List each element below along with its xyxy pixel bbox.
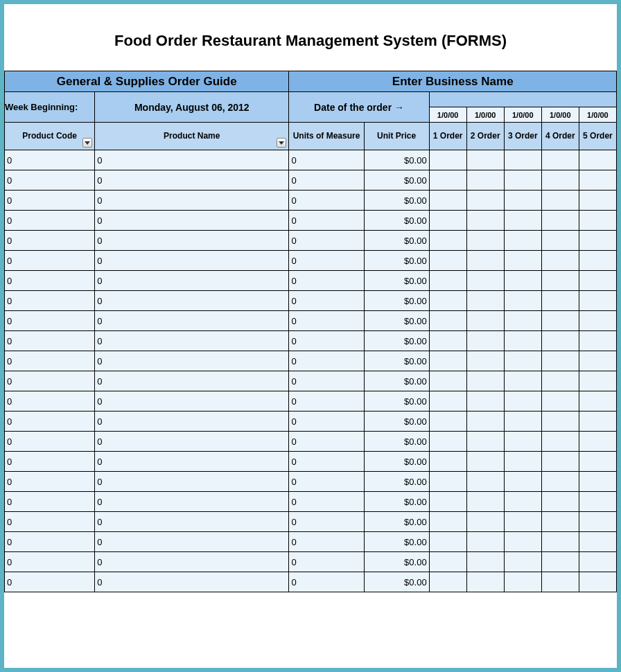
cell-unit-price[interactable]: $0.00 bbox=[364, 231, 429, 251]
cell-order-2[interactable] bbox=[466, 311, 504, 331]
cell-order-5[interactable] bbox=[579, 311, 616, 331]
cell-product-name[interactable]: 0 bbox=[95, 271, 289, 291]
cell-order-2[interactable] bbox=[466, 351, 504, 371]
cell-product-name[interactable]: 0 bbox=[95, 452, 289, 472]
cell-unit-price[interactable]: $0.00 bbox=[364, 552, 429, 572]
cell-order-2[interactable] bbox=[466, 472, 504, 492]
order-date-2[interactable]: 1/0/00 bbox=[466, 107, 504, 123]
cell-product-code[interactable]: 0 bbox=[5, 512, 95, 532]
cell-order-3[interactable] bbox=[504, 351, 541, 371]
cell-order-5[interactable] bbox=[579, 231, 616, 251]
cell-order-4[interactable] bbox=[541, 150, 579, 170]
cell-unit-price[interactable]: $0.00 bbox=[364, 391, 429, 412]
cell-order-5[interactable] bbox=[579, 291, 616, 311]
cell-product-code[interactable]: 0 bbox=[5, 472, 95, 492]
cell-product-code[interactable]: 0 bbox=[5, 150, 95, 170]
cell-units-measure[interactable]: 0 bbox=[289, 331, 364, 351]
cell-order-5[interactable] bbox=[579, 191, 616, 211]
cell-order-3[interactable] bbox=[504, 331, 541, 351]
cell-order-2[interactable] bbox=[466, 572, 504, 592]
cell-units-measure[interactable]: 0 bbox=[289, 432, 364, 452]
cell-product-name[interactable]: 0 bbox=[95, 291, 289, 311]
filter-dropdown-icon[interactable] bbox=[277, 138, 286, 148]
cell-order-2[interactable] bbox=[466, 371, 504, 391]
cell-order-5[interactable] bbox=[579, 552, 616, 572]
cell-product-name[interactable]: 0 bbox=[95, 211, 289, 231]
cell-unit-price[interactable]: $0.00 bbox=[364, 150, 429, 170]
cell-unit-price[interactable]: $0.00 bbox=[364, 311, 429, 331]
cell-order-4[interactable] bbox=[541, 472, 579, 492]
cell-product-code[interactable]: 0 bbox=[5, 432, 95, 452]
cell-units-measure[interactable]: 0 bbox=[289, 271, 364, 291]
cell-product-name[interactable]: 0 bbox=[95, 432, 289, 452]
cell-product-code[interactable]: 0 bbox=[5, 170, 95, 191]
cell-order-3[interactable] bbox=[504, 371, 541, 391]
cell-product-name[interactable]: 0 bbox=[95, 251, 289, 271]
cell-product-name[interactable]: 0 bbox=[95, 412, 289, 432]
cell-order-2[interactable] bbox=[466, 150, 504, 170]
cell-units-measure[interactable]: 0 bbox=[289, 512, 364, 532]
order-date-5[interactable]: 1/0/00 bbox=[579, 107, 616, 123]
cell-order-5[interactable] bbox=[579, 492, 616, 512]
cell-order-3[interactable] bbox=[504, 311, 541, 331]
cell-product-name[interactable]: 0 bbox=[95, 371, 289, 391]
cell-units-measure[interactable]: 0 bbox=[289, 291, 364, 311]
cell-units-measure[interactable]: 0 bbox=[289, 532, 364, 552]
cell-order-5[interactable] bbox=[579, 452, 616, 472]
cell-order-1[interactable] bbox=[429, 251, 466, 271]
cell-order-1[interactable] bbox=[429, 371, 466, 391]
cell-order-5[interactable] bbox=[579, 412, 616, 432]
cell-product-name[interactable]: 0 bbox=[95, 231, 289, 251]
cell-product-code[interactable]: 0 bbox=[5, 452, 95, 472]
cell-unit-price[interactable]: $0.00 bbox=[364, 291, 429, 311]
cell-unit-price[interactable]: $0.00 bbox=[364, 170, 429, 191]
cell-order-3[interactable] bbox=[504, 412, 541, 432]
cell-order-4[interactable] bbox=[541, 211, 579, 231]
cell-order-2[interactable] bbox=[466, 432, 504, 452]
cell-order-1[interactable] bbox=[429, 432, 466, 452]
cell-product-code[interactable]: 0 bbox=[5, 572, 95, 592]
cell-order-1[interactable] bbox=[429, 211, 466, 231]
cell-order-1[interactable] bbox=[429, 191, 466, 211]
cell-units-measure[interactable]: 0 bbox=[289, 412, 364, 432]
cell-order-1[interactable] bbox=[429, 412, 466, 432]
right-section-title[interactable]: Enter Business Name bbox=[289, 71, 617, 92]
cell-order-5[interactable] bbox=[579, 512, 616, 532]
order-date-1[interactable]: 1/0/00 bbox=[429, 107, 466, 123]
cell-order-5[interactable] bbox=[579, 391, 616, 412]
cell-order-4[interactable] bbox=[541, 572, 579, 592]
cell-order-4[interactable] bbox=[541, 552, 579, 572]
cell-product-code[interactable]: 0 bbox=[5, 391, 95, 412]
cell-order-2[interactable] bbox=[466, 211, 504, 231]
cell-order-3[interactable] bbox=[504, 512, 541, 532]
cell-unit-price[interactable]: $0.00 bbox=[364, 452, 429, 472]
cell-unit-price[interactable]: $0.00 bbox=[364, 572, 429, 592]
cell-order-3[interactable] bbox=[504, 472, 541, 492]
cell-unit-price[interactable]: $0.00 bbox=[364, 472, 429, 492]
cell-order-2[interactable] bbox=[466, 512, 504, 532]
cell-product-name[interactable]: 0 bbox=[95, 331, 289, 351]
cell-units-measure[interactable]: 0 bbox=[289, 552, 364, 572]
cell-units-measure[interactable]: 0 bbox=[289, 211, 364, 231]
cell-order-2[interactable] bbox=[466, 532, 504, 552]
cell-order-1[interactable] bbox=[429, 391, 466, 412]
cell-product-name[interactable]: 0 bbox=[95, 572, 289, 592]
cell-order-5[interactable] bbox=[579, 251, 616, 271]
cell-order-3[interactable] bbox=[504, 391, 541, 412]
cell-order-2[interactable] bbox=[466, 251, 504, 271]
cell-order-4[interactable] bbox=[541, 391, 579, 412]
cell-units-measure[interactable]: 0 bbox=[289, 572, 364, 592]
cell-order-2[interactable] bbox=[466, 452, 504, 472]
cell-units-measure[interactable]: 0 bbox=[289, 311, 364, 331]
cell-product-code[interactable]: 0 bbox=[5, 191, 95, 211]
cell-order-1[interactable] bbox=[429, 452, 466, 472]
cell-order-3[interactable] bbox=[504, 572, 541, 592]
cell-order-3[interactable] bbox=[504, 532, 541, 552]
cell-order-5[interactable] bbox=[579, 351, 616, 371]
filter-dropdown-icon[interactable] bbox=[82, 138, 92, 148]
cell-order-1[interactable] bbox=[429, 472, 466, 492]
cell-order-4[interactable] bbox=[541, 271, 579, 291]
cell-product-code[interactable]: 0 bbox=[5, 271, 95, 291]
cell-order-4[interactable] bbox=[541, 452, 579, 472]
cell-unit-price[interactable]: $0.00 bbox=[364, 412, 429, 432]
